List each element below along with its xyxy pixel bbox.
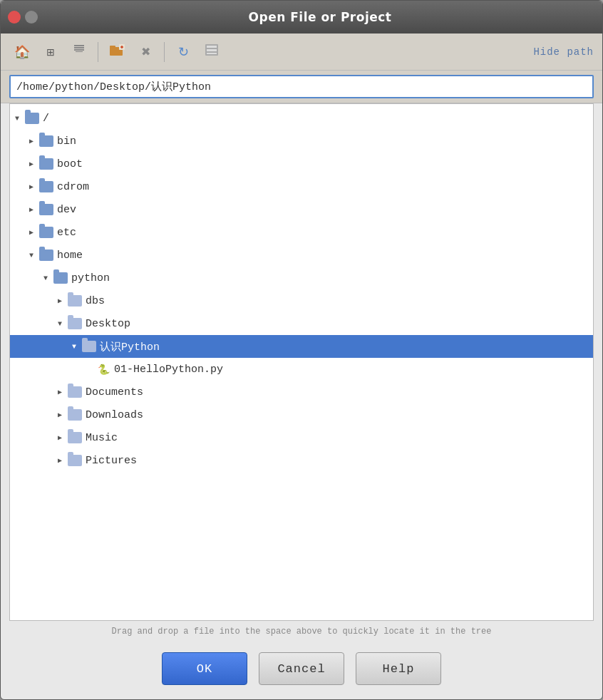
hide-path-button[interactable]: Hide path	[533, 46, 594, 58]
tree-item-etc[interactable]: etc	[10, 221, 593, 244]
tree-label-etc: etc	[57, 227, 587, 239]
svg-rect-0	[74, 45, 84, 46]
folder-new-icon	[109, 43, 125, 61]
help-button[interactable]: Help	[356, 652, 441, 685]
folder-icon	[67, 453, 83, 468]
tree-label-renshi: 认识Python	[100, 340, 587, 354]
up-icon	[73, 43, 86, 60]
tree-arrow-downloads[interactable]	[53, 411, 67, 419]
grid-button[interactable]: ⊞	[38, 39, 63, 65]
folder-icon	[67, 316, 83, 331]
toolbar-sep-2	[164, 42, 165, 62]
folder-icon	[24, 110, 40, 126]
dialog-title: Open File or Project	[45, 10, 595, 24]
tree-arrow-documents[interactable]	[53, 388, 67, 396]
tree-arrow-home[interactable]	[24, 252, 38, 259]
tree-item-hello[interactable]: 🐍01-HelloPython.py	[10, 358, 593, 381]
tree-label-boot: boot	[57, 158, 587, 170]
tree-arrow-python[interactable]	[38, 274, 53, 282]
grid-icon: ⊞	[46, 46, 55, 58]
tree-item-python[interactable]: python	[10, 267, 593, 289]
folder-icon	[67, 293, 83, 309]
tree-arrow-cdrom[interactable]	[24, 182, 38, 191]
tree-label-python: python	[71, 272, 587, 284]
file-tree: /binbootcdromdevetchomepythondbsDesktop认…	[10, 104, 593, 475]
view-icon	[205, 43, 219, 60]
tree-arrow-renshi[interactable]	[67, 343, 81, 351]
hint-text: Drag and drop a file into the space abov…	[112, 627, 492, 637]
folder-icon	[38, 179, 54, 195]
toolbar: 🏠 ⊞	[1, 34, 602, 71]
file-tree-container[interactable]: /binbootcdromdevetchomepythondbsDesktop认…	[9, 103, 594, 621]
tree-arrow-etc[interactable]	[24, 228, 38, 237]
path-input[interactable]	[9, 75, 594, 98]
tree-item-bin[interactable]: bin	[10, 130, 593, 153]
tree-item-dev[interactable]: dev	[10, 198, 593, 221]
tree-item-home[interactable]: home	[10, 244, 593, 267]
view-button[interactable]	[199, 39, 225, 65]
svg-rect-2	[74, 49, 84, 51]
tree-arrow-boot[interactable]	[24, 160, 38, 168]
home-button[interactable]: 🏠	[9, 39, 35, 65]
delete-button[interactable]: ✖	[133, 39, 158, 65]
refresh-icon: ↻	[178, 44, 189, 60]
minimize-button[interactable]	[25, 11, 38, 24]
delete-icon: ✖	[141, 45, 150, 58]
tree-arrow-dbs[interactable]	[53, 297, 67, 305]
folder-icon	[67, 430, 83, 446]
window-controls	[8, 11, 38, 24]
button-bar: OK Cancel Help	[1, 642, 602, 699]
folder-icon	[38, 133, 54, 149]
tree-label-cdrom: cdrom	[57, 181, 587, 193]
tree-label-root: /	[43, 113, 587, 125]
path-bar	[1, 71, 602, 103]
ok-button[interactable]: OK	[162, 652, 247, 685]
toolbar-sep-1	[98, 42, 98, 62]
tree-label-home: home	[57, 249, 587, 262]
up-button[interactable]	[66, 39, 92, 65]
tree-item-pictures[interactable]: Pictures	[10, 449, 593, 472]
tree-label-desktop: Desktop	[86, 318, 587, 330]
dialog-window: Open File or Project 🏠 ⊞	[0, 0, 603, 700]
svg-rect-1	[74, 47, 84, 48]
folder-new-button[interactable]	[104, 39, 130, 65]
tree-item-documents[interactable]: Documents	[10, 381, 593, 403]
title-bar: Open File or Project	[1, 1, 602, 34]
tree-item-cdrom[interactable]: cdrom	[10, 175, 593, 198]
folder-icon	[38, 156, 54, 172]
svg-rect-3	[76, 51, 83, 52]
tree-item-downloads[interactable]: Downloads	[10, 403, 593, 426]
folder-icon	[67, 407, 83, 423]
home-icon: 🏠	[14, 44, 30, 60]
tree-item-boot[interactable]: boot	[10, 153, 593, 175]
svg-rect-10	[207, 46, 217, 48]
tree-label-documents: Documents	[86, 386, 587, 398]
tree-item-renshi[interactable]: 认识Python	[10, 335, 593, 358]
refresh-button[interactable]: ↻	[170, 39, 196, 65]
tree-arrow-dev[interactable]	[24, 205, 38, 214]
tree-arrow-root[interactable]	[10, 115, 24, 123]
tree-item-root[interactable]: /	[10, 107, 593, 130]
tree-item-music[interactable]: Music	[10, 426, 593, 449]
cancel-button[interactable]: Cancel	[259, 652, 344, 685]
tree-arrow-pictures[interactable]	[53, 456, 67, 465]
tree-label-downloads: Downloads	[86, 409, 587, 421]
tree-label-bin: bin	[57, 135, 587, 148]
tree-arrow-music[interactable]	[53, 433, 67, 442]
folder-icon	[38, 247, 54, 263]
tree-label-music: Music	[86, 432, 587, 444]
tree-label-hello: 01-HelloPython.py	[114, 364, 587, 376]
hint-bar: Drag and drop a file into the space abov…	[1, 621, 602, 642]
tree-arrow-desktop[interactable]	[53, 320, 67, 328]
folder-icon	[81, 339, 97, 354]
folder-icon	[38, 202, 54, 217]
svg-rect-5	[110, 46, 115, 48]
tree-label-dev: dev	[57, 204, 587, 216]
tree-item-dbs[interactable]: dbs	[10, 289, 593, 312]
close-button[interactable]	[8, 11, 21, 24]
tree-arrow-bin[interactable]	[24, 137, 38, 145]
svg-rect-11	[207, 49, 217, 51]
py-file-icon: 🐍	[96, 361, 111, 377]
tree-item-desktop[interactable]: Desktop	[10, 312, 593, 335]
folder-icon	[53, 270, 68, 286]
